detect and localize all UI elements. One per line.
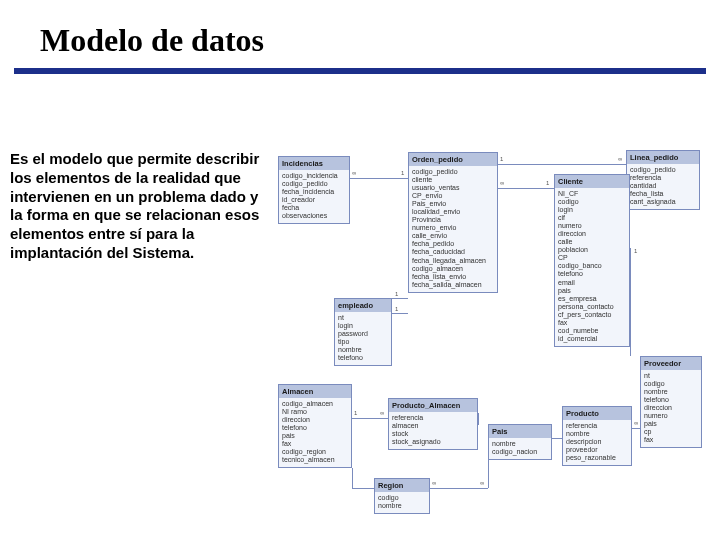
entity-header: empleado	[335, 299, 391, 312]
entity-header: Pais	[489, 425, 551, 438]
relation-line	[430, 488, 488, 489]
entity-header: Cliente	[555, 175, 629, 188]
entity-header: Orden_pedido	[409, 153, 497, 166]
entity-linea-pedido: Linea_pedido codigo_pedido referencia ca…	[626, 150, 700, 210]
entity-header: Proveedor	[641, 357, 701, 370]
entity-fields: codigo_pedido referencia cantidad fecha_…	[627, 164, 699, 209]
entity-fields: codigo nombre	[375, 492, 429, 513]
entity-fields: nt login password tipo nombre telefono	[335, 312, 391, 365]
entity-incidencias: Incidencias codigo_incidencia codigo_ped…	[278, 156, 350, 224]
entity-header: Producto_Almacen	[389, 399, 477, 412]
card-label: 1	[500, 156, 503, 162]
card-label: 1	[354, 410, 357, 416]
entity-cliente: Cliente NI_CF codigo login cif numero di…	[554, 174, 630, 347]
entity-orden-pedido: Orden_pedido codigo_pedido cliente usuar…	[408, 152, 498, 293]
entity-fields: nt codigo nombre telefono direccion nume…	[641, 370, 701, 447]
relation-line	[478, 413, 479, 425]
card-label: ∞	[480, 480, 484, 486]
relation-line	[352, 468, 353, 488]
entity-producto-almacen: Producto_Almacen referencia almacen stoc…	[388, 398, 478, 450]
card-label: ∞	[634, 420, 638, 426]
entity-proveedor: Proveedor nt codigo nombre telefono dire…	[640, 356, 702, 448]
entity-pais: Pais nombre codigo_nacion	[488, 424, 552, 460]
relation-line	[350, 178, 408, 179]
card-label: ∞	[618, 156, 622, 162]
card-label: 1	[634, 248, 637, 254]
relation-line	[498, 188, 554, 189]
entity-header: Linea_pedido	[627, 151, 699, 164]
entity-header: Producto	[563, 407, 631, 420]
entity-region: Region codigo nombre	[374, 478, 430, 514]
card-label: ∞	[380, 410, 384, 416]
relation-line	[352, 418, 388, 419]
card-label: 1	[401, 170, 404, 176]
entity-header: Region	[375, 479, 429, 492]
relation-line	[552, 438, 562, 439]
entity-fields: codigo_almacen NI ramo direccion telefon…	[279, 398, 351, 467]
card-label: 1	[395, 306, 398, 312]
entity-empleado: empleado nt login password tipo nombre t…	[334, 298, 392, 366]
relation-line	[498, 164, 626, 165]
relation-line	[352, 488, 374, 489]
entity-fields: referencia nombre descripcion proveedor …	[563, 420, 631, 465]
divider	[14, 68, 706, 74]
relation-line	[392, 313, 408, 314]
relation-line	[630, 248, 631, 356]
relation-line	[632, 428, 640, 429]
entity-header: Incidencias	[279, 157, 349, 170]
card-label: ∞	[500, 180, 504, 186]
entity-producto: Producto referencia nombre descripcion p…	[562, 406, 632, 466]
entity-almacen: Almacen codigo_almacen NI ramo direccion…	[278, 384, 352, 468]
entity-fields: codigo_pedido cliente usuario_ventas CP_…	[409, 166, 497, 292]
relation-line	[392, 298, 408, 299]
entity-fields: nombre codigo_nacion	[489, 438, 551, 459]
card-label: ∞	[352, 170, 356, 176]
entity-header: Almacen	[279, 385, 351, 398]
card-label: 1	[395, 291, 398, 297]
entity-fields: codigo_incidencia codigo_pedido fecha_in…	[279, 170, 349, 223]
relation-line	[488, 448, 489, 488]
page-title: Modelo de datos	[40, 22, 264, 59]
er-diagram: Incidencias codigo_incidencia codigo_ped…	[270, 148, 710, 528]
description-text: Es el modelo que permite describir los e…	[10, 150, 260, 263]
card-label: 1	[546, 180, 549, 186]
entity-fields: NI_CF codigo login cif numero direccion …	[555, 188, 629, 346]
entity-fields: referencia almacen stock stock_asignado	[389, 412, 477, 449]
card-label: ∞	[432, 480, 436, 486]
